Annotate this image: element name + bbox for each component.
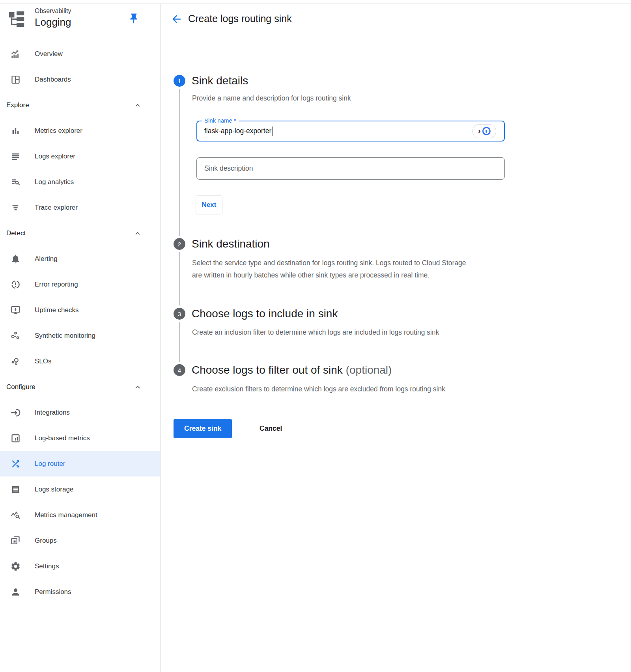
log-based-metrics-icon bbox=[10, 433, 21, 443]
sidebar-nav: OverviewDashboardsExploreMetrics explore… bbox=[0, 35, 160, 605]
step-connector bbox=[179, 89, 180, 236]
main: Create logs routing sink 1 Sink details … bbox=[161, 4, 631, 672]
sidebar-item-label: Log analytics bbox=[35, 178, 74, 186]
step-connector bbox=[179, 322, 180, 362]
create-sink-button[interactable]: Create sink bbox=[174, 419, 232, 438]
sidebar-item-label: Overview bbox=[35, 50, 63, 58]
sidebar-item-alerting[interactable]: Alerting bbox=[0, 246, 160, 272]
chevron-up-icon[interactable] bbox=[133, 229, 142, 238]
text-cursor bbox=[272, 127, 273, 136]
sink-name-value: flask-app-log-exporter bbox=[204, 127, 271, 135]
1password-ring-icon bbox=[482, 127, 491, 135]
cancel-button[interactable]: Cancel bbox=[257, 419, 284, 438]
trace-explorer-icon bbox=[10, 202, 21, 213]
password-manager-1password-icon[interactable]: › bbox=[472, 124, 496, 138]
sidebar-item-label: Trace explorer bbox=[35, 204, 78, 212]
sidebar-item-permissions[interactable]: Permissions bbox=[0, 579, 160, 605]
settings-icon bbox=[10, 561, 21, 571]
sidebar-item-metrics-explorer[interactable]: Metrics explorer bbox=[0, 118, 160, 143]
sidebar-item-label: Integrations bbox=[35, 409, 70, 417]
sidebar: Observability Logging OverviewDashboards… bbox=[0, 4, 161, 672]
groups-icon bbox=[10, 535, 21, 546]
section-label: Configure bbox=[6, 383, 35, 391]
sidebar-item-label: Metrics explorer bbox=[35, 127, 82, 135]
page: Observability Logging OverviewDashboards… bbox=[0, 4, 631, 672]
step-4-title-optional: (optional) bbox=[346, 364, 392, 376]
sidebar-header: Observability Logging bbox=[0, 4, 160, 35]
step-1-title: Sink details bbox=[192, 74, 248, 87]
sidebar-item-label: Permissions bbox=[35, 588, 71, 596]
logs-storage-icon bbox=[10, 484, 21, 495]
sidebar-item-integrations[interactable]: Integrations bbox=[0, 400, 160, 425]
chevron-up-icon[interactable] bbox=[133, 383, 142, 391]
app-titles: Observability Logging bbox=[35, 7, 71, 29]
sidebar-section-explore: Explore bbox=[0, 92, 160, 118]
sidebar-item-label: Uptime checks bbox=[35, 306, 78, 314]
sink-name-field[interactable]: Sink name * flask-app-log-exporter › bbox=[196, 121, 505, 141]
sidebar-item-error-reporting[interactable]: Error reporting bbox=[0, 272, 160, 297]
log-analytics-icon bbox=[10, 177, 21, 187]
content: 1 Sink details Provide a name and descri… bbox=[161, 35, 631, 672]
sidebar-item-label: Dashboards bbox=[35, 76, 71, 84]
observability-logo-icon bbox=[8, 10, 25, 28]
sidebar-item-log-based-metrics[interactable]: Log-based metrics bbox=[0, 425, 160, 451]
step-3-badge: 3 bbox=[174, 308, 185, 320]
sidebar-item-label: Synthetic monitoring bbox=[35, 332, 95, 340]
alerting-icon bbox=[10, 253, 21, 264]
sidebar-item-label: Error reporting bbox=[35, 281, 78, 289]
pin-icon[interactable] bbox=[128, 13, 140, 24]
logs-explorer-icon bbox=[10, 151, 21, 162]
step-4-subtitle: Create exclusion filters to determine wh… bbox=[192, 383, 468, 395]
sidebar-item-label: Groups bbox=[35, 537, 57, 545]
sink-description-field[interactable]: Sink description bbox=[196, 157, 505, 180]
sidebar-item-settings[interactable]: Settings bbox=[0, 553, 160, 579]
step-4-badge: 4 bbox=[174, 364, 185, 376]
section-label: Explore bbox=[6, 101, 29, 109]
sidebar-item-trace-explorer[interactable]: Trace explorer bbox=[0, 195, 160, 220]
page-title: Create logs routing sink bbox=[188, 13, 292, 24]
sidebar-item-log-analytics[interactable]: Log analytics bbox=[0, 169, 160, 195]
uptime-checks-icon bbox=[10, 305, 21, 315]
sidebar-item-logs-explorer[interactable]: Logs explorer bbox=[0, 143, 160, 169]
sidebar-item-overview[interactable]: Overview bbox=[0, 41, 160, 67]
sidebar-item-label: Logs storage bbox=[35, 486, 73, 493]
sidebar-item-metrics-management[interactable]: Metrics management bbox=[0, 502, 160, 528]
sidebar-section-detect: Detect bbox=[0, 220, 160, 246]
step-2-subtitle: Select the service type and destination … bbox=[192, 257, 468, 281]
sidebar-item-log-router[interactable]: Log router bbox=[0, 451, 160, 477]
next-button[interactable]: Next bbox=[196, 195, 222, 214]
sidebar-item-label: Metrics management bbox=[35, 511, 97, 519]
sink-name-label: Sink name * bbox=[202, 117, 239, 124]
sidebar-item-label: Settings bbox=[35, 562, 59, 570]
sidebar-section-configure: Configure bbox=[0, 374, 160, 400]
slos-icon bbox=[10, 356, 21, 367]
sidebar-item-label: Alerting bbox=[35, 255, 58, 263]
sidebar-item-slos[interactable]: SLOs bbox=[0, 348, 160, 374]
back-arrow-icon[interactable] bbox=[170, 13, 183, 25]
overview-icon bbox=[10, 48, 21, 59]
chevron-up-icon[interactable] bbox=[133, 101, 142, 110]
sidebar-item-logs-storage[interactable]: Logs storage bbox=[0, 477, 160, 502]
metrics-management-icon bbox=[10, 510, 21, 520]
sidebar-item-groups[interactable]: Groups bbox=[0, 528, 160, 553]
sidebar-item-label: Logs explorer bbox=[35, 153, 75, 160]
sidebar-item-label: Log-based metrics bbox=[35, 434, 90, 442]
step-2-badge: 2 bbox=[174, 238, 185, 250]
step-1-subtitle: Provide a name and description for logs … bbox=[192, 92, 492, 104]
metrics-explorer-icon bbox=[10, 125, 21, 136]
synthetic-monitoring-icon bbox=[10, 330, 21, 341]
section-label: Detect bbox=[6, 229, 26, 237]
chevron-right-icon: › bbox=[478, 127, 480, 134]
integrations-icon bbox=[10, 407, 21, 418]
sidebar-item-dashboards[interactable]: Dashboards bbox=[0, 67, 160, 92]
sink-description-placeholder: Sink description bbox=[204, 164, 253, 173]
sidebar-item-synthetic-monitoring[interactable]: Synthetic monitoring bbox=[0, 323, 160, 348]
sidebar-item-uptime-checks[interactable]: Uptime checks bbox=[0, 297, 160, 323]
sidebar-item-label: SLOs bbox=[35, 357, 52, 365]
step-1-badge: 1 bbox=[174, 75, 185, 87]
sidebar-item-label: Log router bbox=[35, 460, 65, 468]
app-kicker: Observability bbox=[35, 7, 71, 15]
topbar: Create logs routing sink bbox=[161, 4, 631, 35]
step-connector bbox=[179, 252, 180, 305]
permissions-icon bbox=[10, 586, 21, 597]
